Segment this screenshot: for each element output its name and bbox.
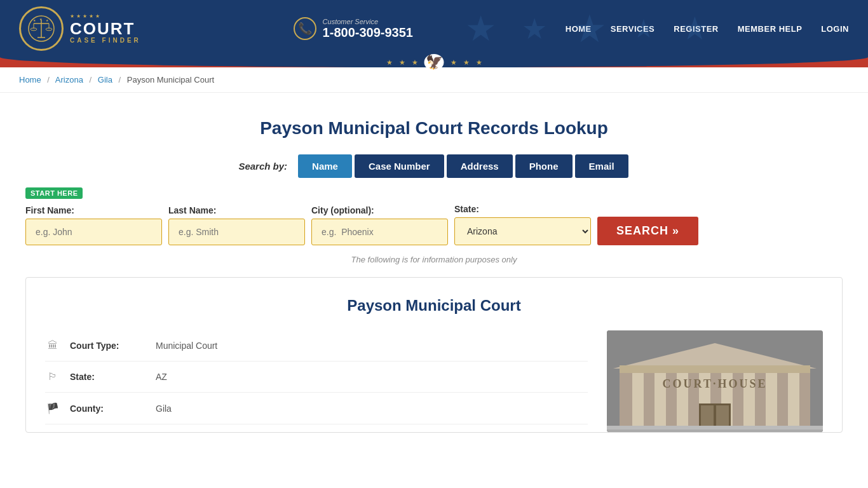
star-right-1: ★ bbox=[451, 58, 457, 67]
first-name-group: First Name: bbox=[25, 205, 162, 245]
phone-icon: 📞 bbox=[294, 17, 316, 40]
svg-rect-20 bbox=[788, 372, 799, 429]
tab-email[interactable]: Email bbox=[575, 154, 628, 178]
court-card: Payson Municipal Court 🏛 Court Type: Mun… bbox=[25, 277, 843, 433]
county-value: Gila bbox=[156, 403, 172, 414]
search-form: First Name: Last Name: City (optional): … bbox=[25, 204, 843, 245]
first-name-input[interactable] bbox=[25, 219, 162, 245]
svg-text:★: ★ bbox=[39, 17, 43, 21]
eagle-banner: ★ ★ ★ 🦅 ★ ★ ★ bbox=[386, 54, 482, 71]
star-right-2: ★ bbox=[463, 58, 470, 67]
court-type-label: Court Type: bbox=[70, 341, 146, 351]
state-group: State: Arizona Alabama California bbox=[454, 204, 591, 245]
cs-phone: 1-800-309-9351 bbox=[323, 25, 413, 40]
cs-label: Customer Service bbox=[323, 18, 413, 25]
building-icon: 🏛 bbox=[45, 340, 60, 351]
svg-text:★: ★ bbox=[33, 18, 36, 22]
logo-stars: ★ ★ ★ ★ ★ bbox=[70, 13, 141, 19]
county-row: 🏴 County: Gila bbox=[45, 393, 588, 424]
breadcrumb-arizona[interactable]: Arizona bbox=[55, 75, 83, 85]
svg-rect-22 bbox=[620, 365, 810, 373]
info-note: The following is for information purpose… bbox=[25, 255, 843, 264]
svg-text:★: ★ bbox=[46, 18, 49, 22]
tab-phone[interactable]: Phone bbox=[515, 154, 573, 178]
breadcrumb-current: Payson Municipal Court bbox=[127, 75, 214, 85]
page-title: Payson Municipal Court Records Lookup bbox=[25, 118, 843, 139]
court-card-title: Payson Municipal Court bbox=[45, 297, 823, 315]
last-name-input[interactable] bbox=[168, 219, 305, 245]
nav-member-help[interactable]: MEMBER HELP bbox=[738, 24, 803, 34]
logo-icon: ★ ★ ★ bbox=[27, 15, 55, 43]
court-type-row: 🏛 Court Type: Municipal Court bbox=[45, 330, 588, 362]
tab-name[interactable]: Name bbox=[298, 154, 352, 178]
court-card-body: 🏛 Court Type: Municipal Court 🏳 State: A… bbox=[45, 330, 823, 432]
star-left-1: ★ bbox=[386, 58, 393, 67]
star-left-3: ★ bbox=[412, 58, 418, 67]
state-icon: 🏳 bbox=[45, 371, 60, 383]
eagle-icon: 🦅 bbox=[424, 54, 444, 71]
county-label: County: bbox=[70, 403, 146, 414]
breadcrumb-gila[interactable]: Gila bbox=[98, 75, 112, 85]
county-icon: 🏴 bbox=[45, 402, 60, 414]
star-right-3: ★ bbox=[476, 58, 482, 67]
nav-services[interactable]: SERVICES bbox=[611, 24, 655, 34]
breadcrumb-sep-1: / bbox=[47, 75, 50, 85]
nav-register[interactable]: REGISTER bbox=[674, 24, 718, 34]
state-value: AZ bbox=[156, 372, 167, 382]
city-group: City (optional): bbox=[311, 205, 448, 245]
start-here-text: START HERE bbox=[25, 187, 83, 199]
svg-text:COURT·HOUSE: COURT·HOUSE bbox=[663, 377, 768, 390]
courthouse-svg: COURT·HOUSE bbox=[607, 330, 823, 432]
star-left-2: ★ bbox=[399, 58, 405, 67]
banner-red: ★ ★ ★ 🦅 ★ ★ ★ bbox=[0, 57, 868, 67]
svg-rect-19 bbox=[766, 372, 777, 429]
state-select[interactable]: Arizona Alabama California bbox=[454, 217, 591, 245]
search-button[interactable]: SEARCH » bbox=[597, 217, 698, 245]
header: ★ ★ ★ ★ ★ ★ ★ ★ bbox=[0, 0, 868, 57]
main-nav: HOME SERVICES REGISTER MEMBER HELP LOGIN bbox=[566, 24, 849, 34]
first-name-label: First Name: bbox=[25, 205, 162, 215]
court-info-left: 🏛 Court Type: Municipal Court 🏳 State: A… bbox=[45, 330, 588, 432]
courthouse-image: COURT·HOUSE bbox=[607, 330, 823, 432]
tab-address[interactable]: Address bbox=[447, 154, 513, 178]
logo-title: COURT bbox=[70, 20, 141, 37]
city-input[interactable] bbox=[311, 219, 448, 245]
last-name-label: Last Name: bbox=[168, 205, 305, 215]
breadcrumb-sep-3: / bbox=[119, 75, 121, 85]
breadcrumb: Home / Arizona / Gila / Payson Municipal… bbox=[0, 67, 868, 93]
logo: ★ ★ ★ ★ ★ ★ ★ ★ COURT CASE FINDER bbox=[19, 6, 141, 51]
svg-rect-28 bbox=[607, 426, 823, 430]
state-label: State: bbox=[454, 204, 591, 214]
nav-login[interactable]: LOGIN bbox=[821, 24, 849, 34]
search-by-row: Search by: Name Case Number Address Phon… bbox=[25, 154, 843, 178]
nav-home[interactable]: HOME bbox=[566, 24, 592, 34]
logo-emblem: ★ ★ ★ bbox=[19, 6, 64, 51]
last-name-group: Last Name: bbox=[168, 205, 305, 245]
state-label-info: State: bbox=[70, 372, 146, 382]
breadcrumb-sep-2: / bbox=[90, 75, 92, 85]
search-by-label: Search by: bbox=[238, 161, 287, 172]
state-row: 🏳 State: AZ bbox=[45, 362, 588, 393]
svg-rect-13 bbox=[632, 372, 644, 429]
logo-subtitle: CASE FINDER bbox=[70, 37, 141, 44]
breadcrumb-home[interactable]: Home bbox=[19, 75, 41, 85]
start-here-badge: START HERE bbox=[25, 187, 843, 204]
logo-text: ★ ★ ★ ★ ★ COURT CASE FINDER bbox=[70, 13, 141, 44]
cs-info: Customer Service 1-800-309-9351 bbox=[323, 18, 413, 40]
court-type-value: Municipal Court bbox=[156, 341, 217, 351]
customer-service: 📞 Customer Service 1-800-309-9351 bbox=[294, 17, 413, 40]
main-content: Payson Municipal Court Records Lookup Se… bbox=[0, 93, 868, 445]
city-label: City (optional): bbox=[311, 205, 448, 215]
tab-case-number[interactable]: Case Number bbox=[355, 154, 444, 178]
